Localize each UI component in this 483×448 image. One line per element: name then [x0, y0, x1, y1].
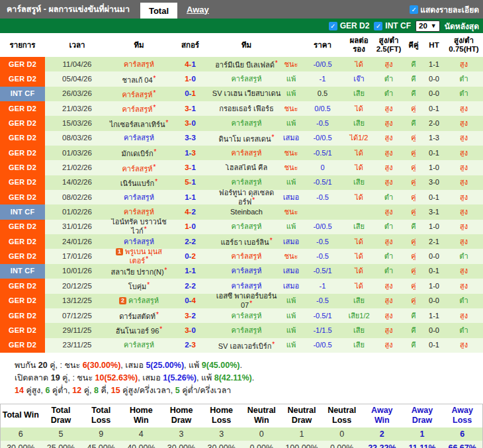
full-time-score: 1-1 — [169, 194, 212, 201]
away-goals: 1 — [191, 61, 195, 68]
summary-segment: คู่ต่ำ, — [50, 386, 72, 395]
full-time-score: 2-2 — [169, 238, 212, 246]
stats-percent-cell: 45.00% — [81, 441, 121, 448]
team-name: ดาร์มสตัดท์ — [119, 312, 155, 320]
team-name: ไกเซอร์สเลาเทิร์น — [110, 120, 165, 128]
odd-even: คู่ — [404, 267, 423, 275]
away-team: แฮร์ธา เบอร์ลิน* — [212, 237, 281, 246]
home-team: คาร์ลสรูห์* — [109, 89, 169, 99]
half-time-score: 1-0 — [423, 223, 445, 230]
stats-header-cell: Total Draw — [41, 404, 81, 427]
show-detail-label: แสดงรายละเอียด — [420, 3, 479, 16]
summary-section: พบกัน 20 คู่, : ชนะ 6(30.00%), เสมอ 5(25… — [0, 353, 483, 401]
full-time-score: 3-3 — [169, 134, 212, 142]
away-goals: 1 — [191, 267, 195, 275]
match-result: ชนะ — [281, 253, 301, 260]
handicap-price: -0.5 — [301, 253, 344, 260]
summary-segment: คี่, — [99, 386, 111, 395]
star-marker-icon: * — [147, 281, 150, 289]
match-result: แพ้ — [281, 297, 301, 304]
over-under-ht: สูง — [445, 341, 483, 349]
handicap-price: -0.5/1 — [301, 150, 344, 157]
handicap-price: -0/0.5 — [301, 134, 344, 142]
checkbox-checked-icon[interactable]: ✓ — [374, 22, 382, 30]
odd-even: คี่ — [404, 341, 423, 349]
team-name: SV เวเฮน เวียสบาเดน — [212, 90, 281, 97]
tab-total[interactable]: Total — [140, 3, 177, 19]
match-result: เสมอ — [281, 238, 301, 246]
stats-header-cell: Total Loss — [81, 404, 121, 427]
checkbox-checked-icon[interactable]: ✓ — [329, 22, 337, 30]
stats-percent-cell: 0.00% — [322, 441, 362, 448]
odd-even: คี่ — [404, 61, 423, 68]
match-date: 31/01/26 — [45, 223, 109, 230]
over-under-ft: สูง — [374, 238, 404, 246]
half-time-score: 2-0 — [423, 120, 445, 127]
stats-header-cell: Neutral Loss — [322, 404, 362, 427]
team-name: คาร์ลสรูห์ — [231, 253, 261, 260]
handicap-result: เจ๊า — [344, 75, 374, 83]
summary-segment: 8 — [94, 386, 99, 395]
team-name: โบคุ่ม — [128, 283, 147, 291]
star-marker-icon: * — [272, 134, 275, 141]
match-date: 14/02/26 — [45, 179, 109, 186]
odd-even: คู่ — [404, 297, 423, 304]
match-row: GER D2 14/02/26 เนิร์นแบร์ก* 5-1 คาร์ลสร… — [0, 175, 483, 190]
home-team: โบคุ่ม* — [109, 281, 169, 291]
match-row: GER D2 23/11/25 คาร์ลสรูห์ 2-3 SV เอลเวอ… — [0, 338, 483, 353]
odd-even: คู่ — [404, 208, 423, 216]
league-badge: GER D2 — [0, 190, 45, 204]
show-detail-toggle[interactable]: ✓ แสดงรายละเอียด — [410, 3, 483, 16]
match-count-select[interactable]: 20 ▼ — [416, 21, 440, 32]
last-matches-label: นัดหลังสุด — [445, 20, 479, 32]
over-under-ft: สูง — [374, 134, 404, 142]
team-name: คาร์ลสรูห์ — [124, 194, 154, 201]
handicap-result: เสีย — [344, 90, 374, 97]
match-result: แพ้ — [281, 120, 301, 127]
over-under-ht: สูง — [445, 61, 483, 68]
match-date: 23/11/25 — [45, 341, 109, 349]
checkbox-checked-icon[interactable]: ✓ — [410, 5, 418, 14]
odd-even: คู่ — [404, 283, 423, 290]
over-under-ft: ต่ำ — [374, 75, 404, 83]
stats-count-cell: 0 — [322, 427, 362, 441]
league-badge: GER D2 — [0, 116, 45, 130]
handicap-result: เสีย — [344, 297, 374, 304]
star-marker-icon: * — [156, 311, 159, 318]
home-team: เนิร์นแบร์ก* — [109, 178, 169, 187]
away-team: โฮลสไตน์ คีล — [212, 164, 281, 171]
summary-segment: 15 — [111, 386, 120, 395]
team-name: คาร์ลสรูห์ — [124, 341, 154, 349]
tab-away[interactable]: Away — [187, 5, 209, 15]
stats-count-cell: 0 — [242, 427, 282, 441]
col-header-price: ราคา — [301, 41, 344, 50]
handicap-result: ได้ — [344, 164, 374, 171]
home-team: สลาเวีย ปราก(N)* — [109, 267, 169, 276]
summary-segment: 6(30.00%) — [83, 361, 121, 370]
filter-int-cf[interactable]: ✓ INT CF — [374, 21, 411, 30]
odd-even: คู่ — [404, 105, 423, 112]
away-goals: 2 — [191, 238, 195, 246]
match-date: 24/01/26 — [45, 238, 109, 246]
team-name: คาร์ลสรูห์ — [124, 134, 154, 142]
full-time-score: 4-2 — [169, 208, 212, 216]
match-date: 20/12/25 — [45, 283, 109, 290]
table-header: รายการ เวลา ทีม สกอร์ ทีม ราคา ผลต่อรอง … — [0, 33, 483, 57]
away-team: คาร์ลสรูห์ — [212, 253, 281, 260]
handicap-result: ได้ — [344, 253, 374, 260]
odd-even: คู่ — [404, 150, 423, 157]
handicap-price: -0.5 — [301, 194, 344, 201]
stats-count-cell: 6 — [442, 427, 482, 441]
handicap-result: เสีย — [344, 179, 374, 186]
col-header-handicap-result: ผลต่อรอง — [344, 36, 374, 54]
away-goals: 0 — [191, 120, 195, 127]
half-time-score: 1-0 — [423, 283, 445, 290]
over-under-ht: ต่ำ — [445, 327, 483, 334]
full-time-score: 4-1 — [169, 61, 212, 68]
match-date: 15/03/26 — [45, 120, 109, 127]
handicap-price: 0.5 — [301, 90, 344, 97]
match-row: GER D2 13/12/25 2คาร์ลสรูห์ 0-4 เอสซี พา… — [0, 294, 483, 308]
match-result: แพ้ — [281, 312, 301, 320]
filter-ger-d2[interactable]: ✓ GER D2 — [329, 21, 370, 30]
handicap-price: -0/0.5 — [301, 223, 344, 230]
